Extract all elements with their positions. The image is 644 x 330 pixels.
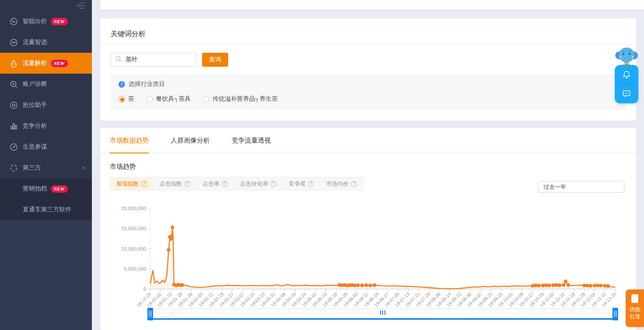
data-point-dot	[596, 283, 599, 287]
sidebar-item-third-party-label: 第三方	[23, 164, 41, 172]
metric-competition[interactable]: 竞争度?	[283, 177, 320, 190]
data-point-dot	[551, 283, 555, 287]
query-button[interactable]: 查询	[202, 53, 228, 67]
data-point-dot	[180, 283, 184, 287]
category-option-tea[interactable]: 茶	[118, 95, 134, 103]
data-point-dot	[171, 225, 174, 229]
data-point-dot	[586, 284, 589, 287]
guide-icon	[631, 294, 638, 303]
help-icon[interactable]: ?	[222, 181, 228, 187]
datazoom-center-grip[interactable]	[380, 310, 381, 315]
account-diagnosis-icon	[10, 80, 18, 88]
sidebar-menu: 智能出价NEW流量智选流量解析NEW账户诊断抢位助手竞争分析生意参谋第三方∧	[0, 0, 92, 178]
chevron-up-icon[interactable]: ∧	[81, 165, 85, 170]
sidebar-item-third-party[interactable]: 第三方∧	[0, 157, 92, 178]
tab-competition-traffic[interactable]: 竞争流量透视	[232, 128, 271, 153]
data-point-dot	[589, 284, 592, 287]
help-icon[interactable]: ?	[141, 181, 147, 187]
sidebar-item-business-advisor[interactable]: 生意参谋	[0, 136, 92, 157]
sidebar-subitem-ztc-third-party-software[interactable]: 直通车第三方软件	[0, 199, 92, 220]
data-point-dot	[562, 283, 565, 287]
sidebar-subitem-marketing-partner[interactable]: 营销拍档NEW	[0, 178, 92, 199]
category-option-health-tea-label: 传统滋补营养品┐养生茶	[212, 95, 278, 103]
trend-chart: 05,000,00010,000,00015,000,00020,000,000…	[100, 201, 636, 330]
data-point-dot	[356, 283, 360, 287]
help-icon[interactable]: ?	[270, 181, 276, 187]
competition-analysis-icon	[10, 122, 18, 130]
data-point-dot	[583, 283, 586, 287]
sidebar-item-rank-assistant[interactable]: 抢位助手	[0, 95, 92, 116]
radio-dot	[203, 96, 209, 102]
sidebar-item-traffic-analysis[interactable]: 流量解析NEW	[0, 53, 92, 74]
data-point-dot	[555, 283, 558, 287]
data-point-dot	[558, 283, 561, 287]
data-point-dot	[167, 248, 170, 252]
date-range-select[interactable]: 过去一年	[538, 181, 624, 193]
sidebar-item-competition-analysis[interactable]: 竞争分析	[0, 116, 92, 136]
assistant-button-group	[615, 65, 638, 103]
data-point-dot	[534, 283, 537, 287]
y-tick-label: 20,000,000	[121, 206, 146, 211]
sidebar: 智能出价NEW流量智选流量解析NEW账户诊断抢位助手竞争分析生意参谋第三方∧ 营…	[0, 0, 92, 330]
y-tick-label: 10,000,000	[121, 246, 146, 252]
top-bar-partial	[100, 0, 644, 10]
sidebar-filler	[0, 220, 92, 330]
traffic-select-icon	[10, 38, 18, 47]
sidebar-subitem-marketing-partner-label: 营销拍档	[23, 185, 47, 193]
category-option-tableware-teaware-label: 餐饮具┐茶具	[156, 95, 191, 103]
market-data-panel: 市场数据趋势人群画像分析竞争流量透视 市场趋势 展现指数?点击指数?点击率?点击…	[100, 128, 636, 330]
category-option-tableware-teaware[interactable]: 餐饮具┐茶具	[146, 95, 191, 103]
sidebar-item-competition-analysis-label: 竞争分析	[23, 122, 47, 130]
data-point-dot	[599, 284, 603, 287]
data-point-dot	[566, 283, 570, 287]
sidebar-item-smart-bid[interactable]: 智能出价NEW	[0, 11, 92, 32]
data-point-dot	[603, 284, 607, 287]
metric-click-index[interactable]: 点击指数?	[153, 177, 196, 190]
tab-bar: 市场数据趋势人群画像分析竞争流量透视	[100, 128, 636, 153]
sidebar-collapse-icon[interactable]	[76, 2, 87, 10]
notification-bell-button[interactable]	[615, 65, 638, 84]
category-option-tea-label: 茶	[128, 95, 134, 103]
metric-toggle-bar: 展现指数?点击指数?点击率?点击转化率?竞争度?市场均价?	[110, 177, 364, 191]
sidebar-submenu: 营销拍档NEW直通车第三方软件	[0, 178, 92, 220]
sidebar-item-business-advisor-label: 生意参谋	[23, 143, 47, 151]
data-point-dot	[531, 284, 534, 287]
elephant-mascot-icon	[615, 45, 638, 67]
metric-click-index-label: 点击指数	[159, 180, 182, 188]
divider	[100, 44, 636, 44]
keyword-search-box	[111, 53, 197, 67]
chat-message-button[interactable]	[615, 84, 638, 103]
smart-bid-icon	[10, 17, 18, 26]
category-panel: ! 选择行业类目 茶餐饮具┐茶具传统滋补营养品┐养生茶	[111, 74, 626, 110]
category-radio-group: 茶餐饮具┐茶具传统滋补营养品┐养生茶	[118, 95, 618, 103]
category-option-health-tea[interactable]: 传统滋补营养品┐养生茶	[203, 95, 278, 103]
metric-cvr[interactable]: 点击转化率?	[234, 177, 283, 190]
sidebar-item-traffic-select[interactable]: 流量智选	[0, 32, 92, 53]
divider	[618, 84, 635, 85]
metric-market-price-label: 市场均价	[326, 180, 349, 188]
datazoom-left-handle[interactable]	[148, 308, 153, 320]
help-icon[interactable]: ?	[308, 181, 314, 187]
metric-ctr-label: 点击率	[202, 180, 219, 188]
datazoom-center-grip[interactable]	[384, 310, 385, 315]
keyword-search-input[interactable]	[125, 56, 186, 63]
data-point-dot	[364, 283, 368, 287]
search-icon	[115, 56, 122, 64]
data-point-dot	[593, 284, 596, 287]
datazoom-center-grip[interactable]	[382, 310, 383, 315]
sidebar-item-account-diagnosis[interactable]: 账户诊断	[0, 74, 92, 95]
metric-market-price[interactable]: 市场均价?	[320, 177, 363, 190]
tab-audience-portrait[interactable]: 人群画像分析	[171, 128, 210, 153]
data-point-dot	[353, 283, 357, 287]
info-icon: !	[118, 81, 125, 88]
metric-ctr[interactable]: 点击率?	[196, 177, 234, 190]
tab-market-data-trend[interactable]: 市场数据趋势	[110, 128, 149, 153]
datazoom-right-handle[interactable]	[613, 308, 618, 320]
metric-impression-index[interactable]: 展现指数?	[110, 177, 153, 190]
data-point-dot	[564, 279, 567, 283]
help-icon[interactable]: ?	[351, 181, 357, 187]
chat-icon	[622, 89, 631, 99]
feature-guide-button[interactable]: 功能 引导	[626, 289, 644, 327]
radio-dot	[118, 96, 125, 102]
help-icon[interactable]: ?	[184, 181, 190, 187]
